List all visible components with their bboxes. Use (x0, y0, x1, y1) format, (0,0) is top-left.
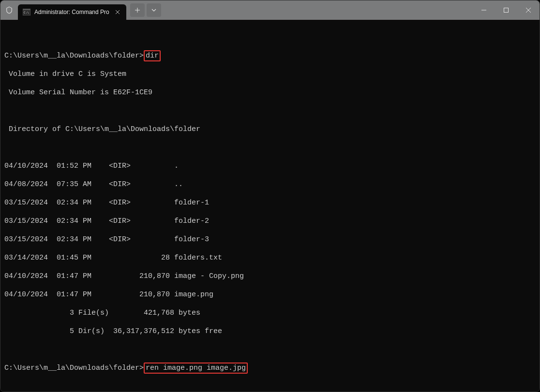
dir-entry: 04/10/2024 01:47 PM 210,870 image - Copy… (4, 272, 536, 281)
dir-summary-files: 3 File(s) 421,768 bytes (4, 308, 536, 318)
output-line: Volume Serial Number is E62F-1CE9 (4, 88, 536, 97)
dir-entry: 03/15/2024 02:34 PM <DIR> folder-1 (4, 198, 536, 207)
titlebar-left: C:\ Administrator: Command Pro (0, 0, 161, 20)
terminal-output[interactable]: C:\Users\m__la\Downloads\folder>dir Volu… (0, 20, 540, 392)
maximize-button[interactable] (495, 0, 517, 20)
prompt: C:\Users\m__la\Downloads\folder> (4, 364, 144, 372)
dir-summary-dirs: 5 Dir(s) 36,317,376,512 bytes free (4, 327, 536, 336)
empty-line (4, 382, 536, 391)
window-controls (473, 0, 540, 20)
prompt: C:\Users\m__la\Downloads\folder> (4, 52, 144, 60)
tab-active[interactable]: C:\ Administrator: Command Pro (18, 4, 126, 20)
shield-icon (0, 0, 18, 20)
chevron-down-icon (151, 9, 156, 12)
dir-entry: 03/14/2024 01:45 PM 28 folders.txt (4, 253, 536, 262)
output-line: Directory of C:\Users\m__la\Downloads\fo… (4, 125, 536, 134)
empty-line (4, 345, 536, 354)
tab-title: Administrator: Command Pro (34, 9, 109, 15)
command-line: C:\Users\m__la\Downloads\folder>ren imag… (4, 363, 536, 373)
svg-rect-1 (23, 9, 30, 10)
close-tab-button[interactable] (114, 8, 121, 16)
tab-dropdown-button[interactable] (147, 3, 161, 17)
terminal-window: C:\ Administrator: Command Pro (0, 0, 540, 392)
new-tab-button[interactable] (130, 3, 145, 17)
dir-entry: 04/10/2024 01:47 PM 210,870 image.png (4, 290, 536, 299)
empty-line (4, 33, 536, 42)
output-line: Volume in drive C is System (4, 70, 536, 79)
minimize-button[interactable] (473, 0, 495, 20)
dir-entry: 03/15/2024 02:34 PM <DIR> folder-3 (4, 235, 536, 244)
svg-text:C:\: C:\ (24, 11, 29, 14)
highlighted-command-dir: dir (144, 50, 161, 61)
empty-line (4, 143, 536, 152)
close-window-button[interactable] (517, 0, 540, 20)
dir-entry: 04/08/2024 07:35 AM <DIR> .. (4, 180, 536, 189)
svg-rect-8 (504, 8, 509, 13)
empty-line (4, 106, 536, 116)
highlighted-command-ren: ren image.png image.jpg (144, 363, 248, 374)
cmd-icon: C:\ (23, 8, 30, 16)
command-line: C:\Users\m__la\Downloads\folder>dir (4, 51, 536, 60)
dir-entry: 03/15/2024 02:34 PM <DIR> folder-2 (4, 217, 536, 226)
titlebar: C:\ Administrator: Command Pro (0, 0, 540, 20)
dir-entry: 04/10/2024 01:52 PM <DIR> . (4, 161, 536, 171)
